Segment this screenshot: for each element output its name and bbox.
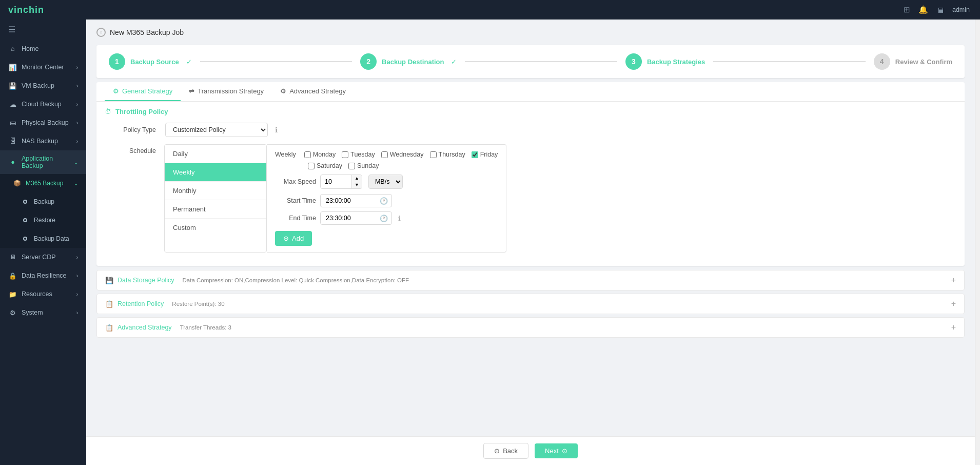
schedule-right: Weekly Monday Tuesday Wedn	[267, 144, 506, 253]
step-4: 4 Review & Confirm	[874, 53, 952, 70]
start-time-icon[interactable]: 🕐	[380, 197, 388, 205]
arrow-icon: ›	[76, 139, 78, 144]
data-storage-header[interactable]: 💾 Data Storage Policy Data Compression: …	[97, 270, 964, 290]
sidebar-item-physical-backup[interactable]: 🖴 Physical Backup ›	[0, 113, 86, 132]
arrow-icon: ›	[76, 65, 78, 70]
end-time-label: End Time	[275, 215, 316, 222]
friday-input[interactable]	[472, 151, 478, 158]
friday-checkbox[interactable]: Friday	[472, 151, 498, 158]
speed-unit-select[interactable]: MB/s KB/s GB/s	[368, 175, 403, 189]
step-3[interactable]: 3 Backup Strategies	[625, 53, 705, 70]
speed-up-button[interactable]: ▲	[352, 175, 362, 182]
add-button[interactable]: ⊕ Add	[275, 231, 312, 246]
monday-input[interactable]	[304, 151, 311, 158]
step-4-label: Review & Confirm	[895, 58, 952, 66]
policy-type-row: Policy Type Customized Policy No Throttl…	[105, 123, 956, 137]
schedule-weekly[interactable]: Weekly	[165, 163, 266, 182]
thursday-checkbox[interactable]: Thursday	[430, 151, 465, 158]
step-2[interactable]: 2 Backup Destination ✓	[360, 53, 457, 70]
sidebar-toggle[interactable]: ☰	[0, 20, 86, 40]
sidebar-item-backup-data[interactable]: Backup Data	[0, 229, 86, 248]
system-icon: ⚙	[8, 308, 17, 317]
sidebar-item-label: Home	[22, 45, 38, 52]
sidebar-item-vm-backup[interactable]: 💾 VM Backup ›	[0, 76, 86, 95]
sidebar-item-resources[interactable]: 📁 Resources ›	[0, 285, 86, 303]
policy-type-select[interactable]: Customized Policy No Throttling Full Thr…	[165, 123, 268, 137]
sidebar-item-label: Cloud Backup	[22, 101, 62, 108]
schedule-monthly[interactable]: Monthly	[165, 182, 266, 200]
speed-spinner: ▲ ▼	[351, 175, 362, 188]
schedule-permanent[interactable]: Permanent	[165, 200, 266, 219]
schedule-custom[interactable]: Custom	[165, 219, 266, 237]
advanced-expand-icon[interactable]: +	[951, 323, 956, 332]
back-icon: ⊙	[494, 447, 500, 455]
tab-general[interactable]: ⚙ General Strategy	[105, 82, 181, 101]
step-1[interactable]: 1 Backup Source ✓	[109, 53, 192, 70]
back-button[interactable]: ⊙ Back	[483, 443, 528, 459]
general-tab-label: General Strategy	[122, 87, 172, 95]
arrow-icon: ⌄	[74, 181, 78, 186]
tuesday-checkbox[interactable]: Tuesday	[342, 151, 375, 158]
speed-down-button[interactable]: ▼	[352, 182, 362, 188]
sidebar-item-application-backup[interactable]: ● Application Backup ⌄	[0, 150, 86, 174]
step-divider-2	[465, 61, 617, 62]
sidebar-item-nas-backup[interactable]: 🗄 NAS Backup ›	[0, 132, 86, 150]
sidebar-item-cloud-backup[interactable]: ☁ Cloud Backup ›	[0, 95, 86, 113]
thursday-input[interactable]	[430, 151, 437, 158]
tuesday-input[interactable]	[342, 151, 348, 158]
physical-icon: 🖴	[8, 118, 17, 127]
bell-icon[interactable]: 🔔	[918, 5, 928, 14]
retention-expand-icon[interactable]: +	[951, 299, 956, 308]
cloud-icon: ☁	[8, 100, 17, 109]
home-icon: ⌂	[8, 44, 17, 53]
sunday-checkbox[interactable]: Sunday	[348, 162, 379, 169]
saturday-checkbox[interactable]: Saturday	[308, 162, 342, 169]
data-storage-expand-icon[interactable]: +	[951, 276, 956, 285]
sidebar-item-monitor[interactable]: 📊 Monitor Center ›	[0, 58, 86, 76]
speed-input[interactable]	[321, 176, 351, 188]
saturday-input[interactable]	[308, 163, 315, 169]
next-button[interactable]: Next ⊙	[535, 443, 578, 458]
sidebar-item-m365[interactable]: 📦 M365 Backup ⌄	[0, 174, 86, 192]
user-label[interactable]: admin	[952, 6, 970, 13]
wednesday-checkbox[interactable]: Wednesday	[381, 151, 424, 158]
end-time-info-icon[interactable]: ℹ	[398, 215, 401, 222]
step-4-circle: 4	[874, 53, 890, 70]
wednesday-input[interactable]	[381, 151, 388, 158]
throttling-panel: ⏱ Throttling Policy Policy Type Customiz…	[96, 102, 965, 266]
sidebar-item-system[interactable]: ⚙ System ›	[0, 303, 86, 322]
throttling-title: ⏱ Throttling Policy	[105, 108, 956, 115]
vm-icon: 💾	[8, 81, 17, 90]
advanced-info: Transfer Threads: 3	[180, 324, 231, 331]
transmission-tab-icon: ⇌	[189, 87, 194, 95]
tab-advanced[interactable]: ⚙ Advanced Strategy	[272, 82, 354, 101]
advanced-header[interactable]: 📋 Advanced Strategy Transfer Threads: 3 …	[97, 318, 964, 337]
retention-header[interactable]: 📋 Retention Policy Restore Point(s): 30 …	[97, 294, 964, 314]
sunday-input[interactable]	[348, 163, 355, 169]
data-storage-title-text: Data Storage Policy	[117, 277, 174, 284]
arrow-icon: ›	[76, 292, 78, 297]
sidebar-item-label: VM Backup	[22, 82, 54, 89]
grid-icon[interactable]: ⊞	[904, 5, 910, 14]
nas-icon: 🗄	[8, 137, 17, 146]
general-tab-icon: ⚙	[113, 87, 119, 95]
next-label: Next	[545, 447, 559, 455]
sidebar-item-restore[interactable]: Restore	[0, 211, 86, 229]
step-1-check: ✓	[186, 58, 192, 66]
sidebar-item-backup[interactable]: Backup	[0, 192, 86, 211]
step-1-label: Backup Source	[130, 58, 179, 66]
tab-transmission[interactable]: ⇌ Transmission Strategy	[181, 82, 272, 101]
monday-checkbox[interactable]: Monday	[304, 151, 336, 158]
sidebar-item-label: Monitor Center	[22, 64, 64, 71]
schedule-daily[interactable]: Daily	[165, 145, 266, 163]
arrow-icon: ›	[76, 102, 78, 107]
policy-type-info-icon[interactable]: ℹ	[275, 126, 278, 134]
days-row-1: Weekly Monday Tuesday Wedn	[275, 151, 498, 158]
arrow-icon: ›	[76, 120, 78, 126]
monitor-icon[interactable]: 🖥	[936, 6, 944, 14]
sidebar-item-data-resilience[interactable]: 🔒 Data Resilience ›	[0, 266, 86, 285]
sidebar-item-home[interactable]: ⌂ Home	[0, 40, 86, 58]
end-time-clock-icon[interactable]: 🕐	[380, 215, 388, 222]
step-3-label: Backup Strategies	[647, 58, 705, 66]
sidebar-item-server-cdp[interactable]: 🖥 Server CDP ›	[0, 248, 86, 266]
